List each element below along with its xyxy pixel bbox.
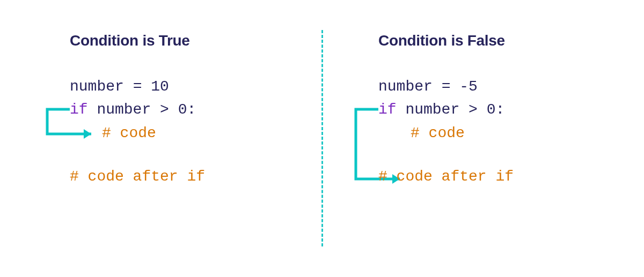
code-line-3: # code (378, 122, 644, 145)
token-var: number (70, 78, 124, 95)
token-cond: number > 0: (88, 101, 196, 118)
heading-true: Condition is True (70, 32, 335, 49)
token-code: # code (411, 125, 465, 141)
token-cond: number > 0: (397, 101, 505, 118)
token-eq: = (433, 78, 459, 95)
token-var: number (378, 78, 433, 95)
panel-condition-false: Condition is False number = -5 if number… (335, 0, 644, 277)
code-line-4: # code after if (378, 165, 644, 188)
vertical-divider (321, 30, 323, 246)
codeblock-true: number = 10 if number > 0: # code # code… (70, 75, 335, 189)
code-line-2: if number > 0: (70, 98, 335, 121)
codeblock-false: number = -5 if number > 0: # code # code… (378, 75, 644, 189)
token-val: 10 (151, 78, 169, 95)
spacer (378, 145, 644, 165)
token-after: # code after if (70, 168, 205, 185)
code-line-4: # code after if (70, 165, 335, 188)
token-val: -5 (459, 78, 478, 95)
code-line-1: number = -5 (378, 75, 644, 98)
code-line-3: # code (70, 122, 335, 145)
token-after: # code after if (378, 168, 514, 185)
panel-condition-true: Condition is True number = 10 if number … (0, 0, 335, 277)
diagram-container: Condition is True number = 10 if number … (0, 0, 644, 277)
spacer (70, 145, 335, 165)
token-eq: = (124, 78, 151, 95)
token-if: if (378, 101, 397, 118)
code-line-2: if number > 0: (378, 98, 644, 121)
heading-false: Condition is False (378, 32, 644, 49)
token-if: if (70, 101, 88, 118)
code-line-1: number = 10 (70, 75, 335, 98)
token-code: # code (102, 125, 156, 141)
